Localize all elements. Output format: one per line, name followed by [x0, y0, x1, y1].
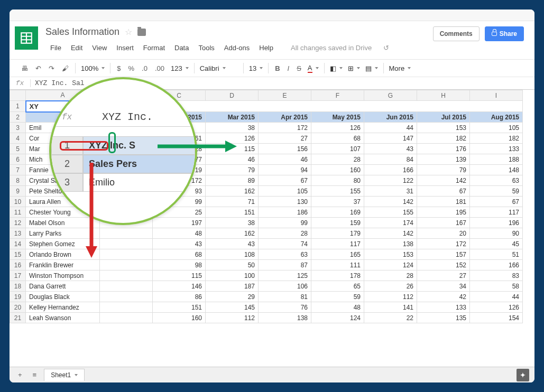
cell[interactable]: Mar 2015 — [206, 112, 259, 123]
row-header[interactable]: 16 — [10, 260, 26, 270]
cell[interactable]: 28 — [259, 228, 311, 239]
all-sheets-button[interactable]: ≡ — [30, 369, 40, 381]
cell[interactable] — [100, 281, 153, 292]
cell[interactable]: 67 — [417, 186, 470, 197]
cell[interactable]: 105 — [259, 186, 311, 197]
cell[interactable]: 29 — [206, 292, 259, 302]
cell[interactable]: 160 — [311, 165, 364, 175]
cell[interactable] — [100, 313, 153, 323]
cell[interactable]: 42 — [417, 292, 470, 302]
sheets-logo[interactable] — [15, 26, 38, 50]
cell[interactable]: 133 — [470, 144, 523, 154]
cell[interactable]: 117 — [311, 239, 364, 249]
cell[interactable]: 166 — [470, 260, 523, 270]
cell[interactable]: 71 — [206, 197, 259, 207]
cell[interactable]: 179 — [311, 228, 364, 239]
cell[interactable]: 142 — [417, 175, 470, 186]
cell[interactable]: 38 — [206, 218, 259, 228]
cell[interactable]: 148 — [470, 165, 523, 175]
row-header[interactable]: 11 — [10, 207, 26, 218]
cell[interactable]: 63 — [470, 175, 523, 186]
cell[interactable]: 89 — [206, 175, 259, 186]
redo-icon[interactable]: ↷ — [45, 62, 58, 74]
cell[interactable]: 186 — [259, 207, 311, 218]
cell[interactable]: 135 — [417, 313, 470, 323]
cell[interactable]: 160 — [153, 313, 206, 323]
cell[interactable]: 126 — [470, 302, 523, 313]
cell[interactable]: 46 — [259, 154, 311, 165]
cell[interactable]: 117 — [470, 207, 523, 218]
col-header[interactable]: D — [206, 90, 259, 101]
cell[interactable]: 182 — [470, 133, 523, 144]
history-icon[interactable]: ↺ — [379, 42, 394, 54]
cell[interactable]: 138 — [259, 313, 311, 323]
cell[interactable]: 133 — [417, 302, 470, 313]
cell[interactable]: 26 — [364, 281, 417, 292]
cell[interactable]: Kelley Hernandez — [26, 302, 100, 313]
menu-format[interactable]: Format — [139, 42, 170, 54]
col-header[interactable]: I — [470, 90, 523, 101]
cell[interactable]: 112 — [206, 313, 259, 323]
cell[interactable]: 46 — [206, 154, 259, 165]
col-header[interactable]: E — [259, 90, 311, 101]
cell[interactable]: 58 — [470, 281, 523, 292]
cell[interactable]: 84 — [364, 154, 417, 165]
row-header[interactable]: 5 — [10, 144, 26, 154]
row-header[interactable]: 17 — [10, 270, 26, 281]
row-header[interactable]: 3 — [10, 123, 26, 133]
cell[interactable]: 65 — [311, 281, 364, 292]
format-currency[interactable]: $ — [114, 62, 124, 74]
cell[interactable]: 105 — [470, 123, 523, 133]
format-percent[interactable]: % — [125, 62, 137, 74]
cell[interactable]: 43 — [206, 239, 259, 249]
cell[interactable]: 48 — [153, 228, 206, 239]
cell[interactable]: 22 — [364, 313, 417, 323]
folder-icon[interactable] — [137, 29, 146, 36]
cell[interactable]: 80 — [311, 175, 364, 186]
cell[interactable]: 48 — [311, 302, 364, 313]
cell[interactable]: 166 — [364, 165, 417, 175]
row-header[interactable]: 8 — [10, 175, 26, 186]
cell[interactable]: 172 — [259, 123, 311, 133]
row-header[interactable]: 14 — [10, 239, 26, 249]
row-header[interactable]: 12 — [10, 218, 26, 228]
cell[interactable]: Dana Garrett — [26, 281, 100, 292]
cell[interactable] — [100, 292, 153, 302]
cell[interactable]: Apr 2015 — [259, 112, 311, 123]
cell[interactable]: 68 — [311, 133, 364, 144]
cell[interactable]: 197 — [153, 218, 206, 228]
cell[interactable]: 100 — [206, 270, 259, 281]
row-header[interactable]: 20 — [10, 302, 26, 313]
cell[interactable]: 87 — [259, 260, 311, 270]
add-sheet-button[interactable]: + — [15, 369, 25, 381]
cell[interactable]: 155 — [311, 186, 364, 197]
cell[interactable]: 139 — [417, 154, 470, 165]
text-color-button[interactable]: A — [306, 63, 321, 74]
cell[interactable]: 79 — [417, 165, 470, 175]
cell[interactable]: 156 — [259, 144, 311, 154]
cell[interactable]: 68 — [153, 249, 206, 260]
col-header[interactable]: G — [364, 90, 417, 101]
cell[interactable]: Aug 2015 — [470, 112, 523, 123]
row-header[interactable]: 15 — [10, 249, 26, 260]
borders-button[interactable]: ⊞ — [346, 63, 362, 73]
cell[interactable]: 74 — [259, 239, 311, 249]
fontsize-dropdown[interactable]: 13 — [247, 63, 265, 73]
menu-edit[interactable]: Edit — [66, 42, 87, 54]
cell[interactable]: 67 — [470, 197, 523, 207]
zoom-dropdown[interactable]: 100% — [79, 63, 107, 73]
cell[interactable]: 115 — [153, 270, 206, 281]
cell[interactable]: 67 — [259, 175, 311, 186]
cell[interactable]: 157 — [417, 249, 470, 260]
cell[interactable]: 159 — [311, 218, 364, 228]
col-header[interactable]: F — [311, 90, 364, 101]
explore-button[interactable]: ✦ — [517, 369, 529, 381]
row-header[interactable]: 13 — [10, 228, 26, 239]
row-header[interactable]: 1 — [10, 101, 26, 112]
paint-format-icon[interactable]: 🖌 — [59, 62, 72, 74]
cell[interactable]: Douglas Black — [26, 292, 100, 302]
cell[interactable]: 126 — [311, 123, 364, 133]
cell[interactable]: 107 — [311, 144, 364, 154]
cell[interactable]: Jun 2015 — [364, 112, 417, 123]
merge-button[interactable]: ▤ — [363, 63, 380, 73]
